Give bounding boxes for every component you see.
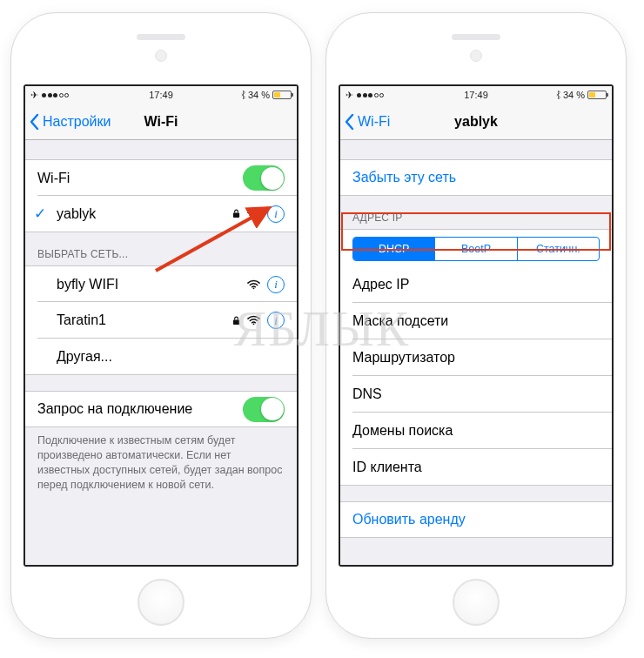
field-client-id[interactable]: ID клиента <box>340 449 612 486</box>
other-label: Другая... <box>57 349 285 365</box>
connected-network-row[interactable]: ✓ yablyk i <box>25 196 297 232</box>
network-name: yablyk <box>57 206 232 222</box>
battery-icon <box>587 91 607 99</box>
status-bar: ✈︎ 17:49 34 % <box>340 86 612 104</box>
info-icon[interactable]: i <box>267 205 285 223</box>
wifi-toggle-row[interactable]: Wi-Fi <box>25 159 297 196</box>
field-mask[interactable]: Маска подсети <box>340 303 612 339</box>
clock: 17:49 <box>433 90 520 100</box>
toggle-switch[interactable] <box>243 397 285 422</box>
signal-dots-icon <box>42 93 69 97</box>
ip-mode-segmented[interactable]: DHCP BootP Статичн. <box>352 237 600 261</box>
home-button[interactable] <box>138 579 184 626</box>
svg-rect-3 <box>233 319 239 324</box>
network-row-byfly[interactable]: byfly WIFI i <box>25 265 297 302</box>
network-row-taratin1[interactable]: Taratin1 i <box>25 302 297 339</box>
bluetooth-icon <box>241 91 245 99</box>
wifi-toggle-label: Wi-Fi <box>37 171 243 186</box>
back-label: Wi-Fi <box>358 114 390 130</box>
wifi-icon <box>247 279 260 290</box>
network-name: byfly WIFI <box>57 277 247 292</box>
content: Забыть эту сеть АДРЕС IP DHCP BootP Стат… <box>340 140 612 565</box>
tab-dhcp[interactable]: DHCP <box>353 238 434 260</box>
back-button[interactable]: Wi-Fi <box>340 113 390 131</box>
ip-address-header: АДРЕС IP <box>340 212 612 229</box>
svg-point-1 <box>253 217 255 218</box>
forget-network-button[interactable]: Забыть эту сеть <box>340 159 612 196</box>
clock: 17:49 <box>117 90 205 100</box>
info-icon[interactable]: i <box>267 276 285 293</box>
status-bar: ✈︎ 17:49 34 % <box>25 86 297 104</box>
chevron-left-icon <box>29 113 41 131</box>
airplane-icon: ✈︎ <box>345 90 353 101</box>
back-button[interactable]: Настройки <box>25 113 111 131</box>
lock-icon <box>232 316 240 326</box>
svg-rect-0 <box>233 213 239 218</box>
field-dns[interactable]: DNS <box>340 376 612 413</box>
ask-to-join-row[interactable]: Запрос на подключение <box>25 391 297 427</box>
checkmark-icon: ✓ <box>34 205 46 223</box>
svg-point-4 <box>253 323 255 325</box>
lock-icon <box>232 209 240 218</box>
wifi-icon <box>247 209 260 219</box>
battery-percent: 34 % <box>248 90 270 100</box>
tab-static[interactable]: Статичн. <box>517 238 599 260</box>
other-network-row[interactable]: Другая... <box>25 339 297 375</box>
home-button[interactable] <box>453 579 500 626</box>
screen: ✈︎ 17:49 34 % Настройки Wi-Fi <box>23 84 299 567</box>
content: Wi-Fi ✓ yablyk i ВЫБРАТЬ СЕТЬ.. <box>25 140 297 565</box>
airplane-icon: ✈︎ <box>30 90 38 101</box>
info-icon[interactable]: i <box>267 312 285 329</box>
wifi-icon <box>247 315 260 326</box>
svg-point-2 <box>253 287 255 289</box>
battery-percent: 34 % <box>563 90 585 100</box>
iphone-wifi-list: ✈︎ 17:49 34 % Настройки Wi-Fi <box>10 12 312 639</box>
field-search-domains[interactable]: Домены поиска <box>340 413 612 449</box>
tab-bootp[interactable]: BootP <box>434 238 516 260</box>
ask-to-join-label: Запрос на подключение <box>37 401 243 417</box>
ask-to-join-footer: Подключение к известным сетям будет прои… <box>25 427 297 493</box>
nav-bar: Настройки Wi-Fi <box>25 104 297 140</box>
network-name: Taratin1 <box>57 312 232 328</box>
choose-network-header: ВЫБРАТЬ СЕТЬ... <box>25 248 297 265</box>
nav-bar: Wi-Fi yablyk <box>340 104 612 140</box>
signal-dots-icon <box>357 93 384 97</box>
field-router[interactable]: Маршрутизатор <box>340 339 612 376</box>
iphone-network-detail: ✈︎ 17:49 34 % Wi-Fi yablyk <box>325 12 627 639</box>
screen: ✈︎ 17:49 34 % Wi-Fi yablyk <box>339 84 614 567</box>
bluetooth-icon <box>556 91 560 99</box>
battery-icon <box>272 91 292 99</box>
renew-lease-button[interactable]: Обновить аренду <box>340 501 612 538</box>
toggle-switch[interactable] <box>243 165 285 191</box>
field-ip[interactable]: Адрес IP <box>340 266 612 303</box>
chevron-left-icon <box>344 113 356 131</box>
back-label: Настройки <box>43 114 111 130</box>
